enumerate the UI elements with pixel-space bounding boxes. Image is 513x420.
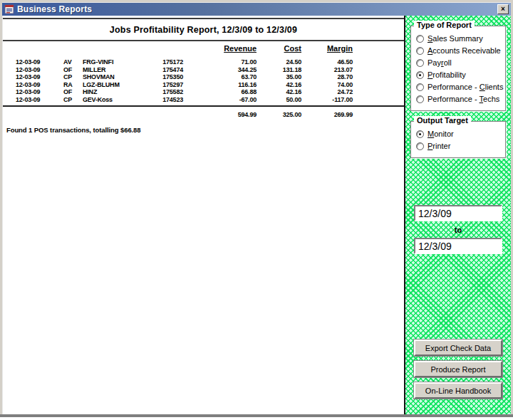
action-buttons: Export Check DataProduce ReportOn-Line H… [410,340,506,399]
report-rows: 12-03-09AVFRG-VINFI17517271.0024.5046.50… [3,58,404,103]
cell-date: 12-03-09 [16,88,63,96]
radio-icon [416,95,424,103]
type-of-report-options: Sales SummaryAccounts ReceivablePayrollP… [416,34,502,103]
total-revenue: 594.99 [183,111,256,118]
radio-label: Payroll [428,58,452,67]
date-to-input[interactable] [414,238,502,254]
pos-transactions-summary: Found 1 POS transactions, totalling $66.… [6,126,404,134]
report-title-bar: Jobs Profitability Report, 12/3/09 to 12… [3,18,404,41]
cell-job: 175350 [140,73,183,81]
cell-code: OF [63,88,83,96]
radio-label: Performance - Techs [428,95,499,103]
cell-cost: 50.00 [256,96,301,104]
output-target-group: Output Target MonitorPrinter [410,121,506,158]
cell-revenue: -67.00 [183,96,256,104]
close-icon[interactable]: × [497,4,509,14]
business-reports-window: Business Reports × Jobs Profitability Re… [0,0,513,417]
cell-cost: 42.16 [256,81,301,89]
totals-row: 594.99 325.00 269.99 [3,107,404,118]
cell-code: RA [63,81,83,89]
produce-report-button[interactable]: Produce Report [414,361,502,377]
cell-job: 175474 [140,66,183,74]
date-range-block: to [410,205,506,254]
cell-code: CP [63,73,83,81]
cell-job: 175297 [140,81,183,89]
radio-icon [416,35,424,43]
report-view: Jobs Profitability Report, 12/3/09 to 12… [2,16,404,414]
cell-date: 12-03-09 [16,66,63,74]
radio-label: Performance - Clients [428,83,503,91]
cell-name: HINZ [83,88,140,96]
output-target-label: Output Target [414,116,471,125]
cell-date: 12-03-09 [16,73,63,81]
cell-date: 12-03-09 [16,81,63,89]
radio-profitability[interactable]: Profitability [416,70,502,79]
control-panel: Type of Report Sales SummaryAccounts Rec… [404,16,511,414]
date-range-to-label: to [410,226,506,234]
cell-name: SHOVMAN [83,73,140,81]
type-of-report-label: Type of Report [414,21,475,29]
table-row: 12-03-09CPSHOVMAN17535063.7035.0028.70 [3,73,404,81]
cell-name: GEV-Koss [83,96,140,104]
main-area: Jobs Profitability Report, 12/3/09 to 12… [2,16,511,414]
cell-job: 174523 [140,96,183,104]
table-row: 12-03-09CPGEV-Koss174523-67.0050.00-117.… [3,96,404,104]
cell-name: FRG-VINFI [83,58,140,66]
radio-sales-summary[interactable]: Sales Summary [416,34,502,43]
radio-label: Printer [428,142,450,150]
export-check-data-button[interactable]: Export Check Data [414,340,502,356]
cell-date: 12-03-09 [16,96,63,104]
radio-label: Monitor [428,130,454,138]
cell-date: 12-03-09 [16,58,63,66]
cell-name: MILLER [83,66,140,74]
column-header-cost: Cost [256,44,301,55]
table-row: 12-03-09AVFRG-VINFI17517271.0024.5046.50 [3,58,404,66]
output-target-options: MonitorPrinter [416,130,502,150]
radio-icon [416,142,424,150]
column-header-margin: Margin [301,44,353,55]
cell-margin: 74.00 [301,81,353,89]
cell-job: 175582 [140,88,183,96]
on-line-handbook-button[interactable]: On-Line Handbook [414,382,502,399]
titlebar: Business Reports × [2,2,511,16]
cell-revenue: 63.70 [183,73,256,81]
radio-performance-clients[interactable]: Performance - Clients [416,83,502,91]
radio-monitor[interactable]: Monitor [416,130,502,138]
cell-cost: 42.16 [256,88,301,96]
cell-revenue: 344.25 [183,66,256,74]
table-row: 12-03-09RALGZ-BLUHM175297116.1642.1674.0… [3,81,404,89]
cell-margin: 24.72 [301,88,353,96]
radio-selected-icon [416,71,424,79]
radio-selected-icon [416,130,424,138]
radio-printer[interactable]: Printer [416,142,502,150]
report-column-headers: Revenue Cost Margin [3,44,404,55]
cell-revenue: 71.00 [183,58,256,66]
cell-cost: 131.18 [256,66,301,74]
cell-code: CP [63,96,83,104]
date-from-input[interactable] [414,205,502,221]
cell-revenue: 116.16 [183,81,256,89]
cell-revenue: 66.88 [183,88,256,96]
cell-margin: 28.70 [301,73,353,81]
report-title: Jobs Profitability Report, 12/3/09 to 12… [110,25,297,35]
cell-margin: 213.07 [301,66,353,74]
radio-performance-techs[interactable]: Performance - Techs [416,95,502,103]
table-row: 12-03-09OFMILLER175474344.25131.18213.07 [3,66,404,74]
cell-name: LGZ-BLUHM [83,81,140,89]
cell-cost: 35.00 [256,73,301,81]
radio-label: Sales Summary [428,34,483,43]
radio-icon [416,83,424,91]
radio-accounts-receivable[interactable]: Accounts Receivable [416,46,502,55]
radio-label: Accounts Receivable [428,46,501,55]
radio-label: Profitability [428,70,466,79]
radio-icon [416,59,424,67]
table-row: 12-03-09OFHINZ17558266.8842.1624.72 [3,88,404,96]
type-of-report-group: Type of Report Sales SummaryAccounts Rec… [410,26,506,111]
cell-code: OF [63,66,83,74]
radio-icon [416,47,424,55]
window-title: Business Reports [17,4,497,14]
cell-margin: 46.50 [301,58,353,66]
radio-payroll[interactable]: Payroll [416,58,502,67]
cell-cost: 24.50 [256,58,301,66]
report-icon [4,4,14,14]
